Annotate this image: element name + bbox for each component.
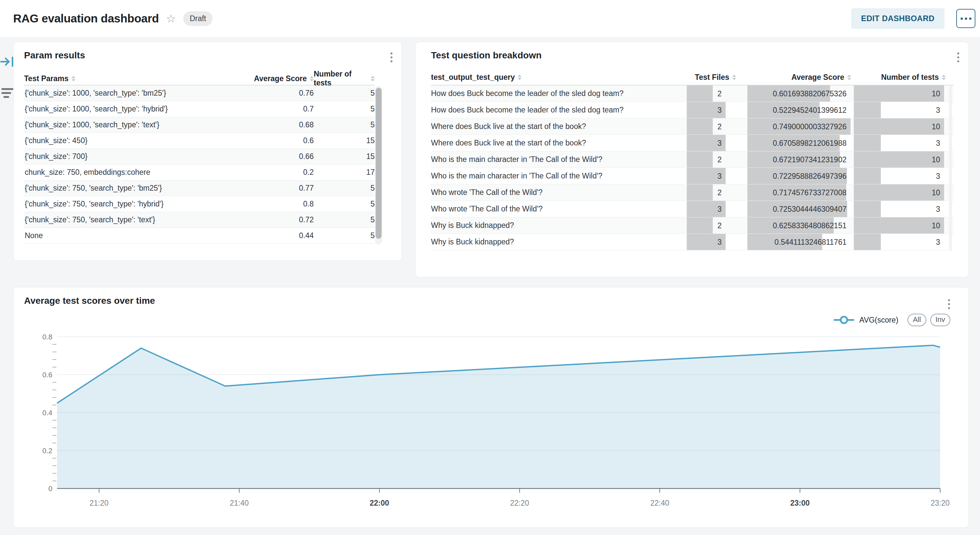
- sort-icon[interactable]: [732, 75, 736, 80]
- number-of-tests-cell: 3: [854, 102, 954, 118]
- sort-icon[interactable]: [942, 75, 946, 80]
- line-area-chart: 00.20.40.60.821:2021:4022:0022:2022:4023…: [14, 287, 969, 528]
- test-query-cell: Why is Buck kidnapped?: [431, 234, 687, 250]
- test-query-cell: Who is the main character in 'The Call o…: [431, 152, 687, 168]
- number-of-tests-cell: 3: [854, 135, 954, 151]
- column-header[interactable]: Test Params: [24, 74, 248, 83]
- number-of-tests-cell: 10: [854, 85, 954, 102]
- table-row: Why is Buck kidnapped?30.544111324681176…: [431, 234, 954, 250]
- star-icon[interactable]: ☆: [166, 13, 176, 24]
- number-of-tests-cell: 10: [854, 184, 954, 201]
- more-menu-button[interactable]: [956, 9, 975, 28]
- average-score-cell: 0.6: [248, 136, 314, 145]
- kebab-menu-icon[interactable]: [389, 51, 394, 64]
- average-score-cell: 0.2: [248, 168, 314, 177]
- page-title: RAG evaluation dashboard: [13, 12, 159, 25]
- svg-text:21:40: 21:40: [230, 499, 249, 507]
- sort-icon[interactable]: [310, 76, 314, 81]
- value-bar: [854, 234, 881, 250]
- more-dots-icon: [961, 18, 963, 20]
- table-row: {'chunk_size': 700}0.6615: [24, 149, 375, 164]
- column-header[interactable]: test_output_test_query: [431, 73, 687, 82]
- number-of-tests-cell: 5: [314, 105, 375, 113]
- test-files-cell: 2: [687, 152, 747, 168]
- average-score-cell: 0.68: [248, 120, 314, 129]
- column-header[interactable]: Number of tests: [854, 73, 946, 82]
- table-row: Who wrote 'The Call of the Wild'?20.7174…: [431, 184, 954, 201]
- average-score-cell: 0.72: [248, 216, 314, 224]
- number-of-tests-cell: 17: [314, 168, 375, 177]
- number-of-tests-cell: 5: [314, 231, 375, 240]
- column-header[interactable]: Test Files: [687, 73, 736, 82]
- panel-title: Param results: [24, 50, 391, 61]
- table-row: chunk_size: 750, embeddings:cohere0.217: [24, 164, 375, 180]
- table-header-row: Test ParamsAverage ScoreNumber of tests: [24, 70, 375, 85]
- value-bar: [687, 152, 713, 168]
- number-of-tests-cell: 5: [314, 120, 375, 129]
- test-query-cell: Who is the main character in 'The Call o…: [431, 168, 687, 184]
- sort-icon[interactable]: [72, 76, 75, 81]
- column-header[interactable]: Number of tests: [314, 70, 375, 88]
- scrollbar-track: [949, 86, 952, 251]
- number-of-tests-cell: 3: [854, 201, 954, 217]
- average-score-cell: 0.8: [248, 200, 314, 208]
- value-bar: [854, 102, 881, 118]
- svg-text:0.8: 0.8: [42, 333, 52, 341]
- average-score-cell: 0.6258336480862151: [747, 217, 854, 233]
- svg-text:23:20: 23:20: [931, 499, 950, 507]
- test-query-cell: Who wrote 'The Call of the Wild'?: [431, 184, 687, 201]
- test-query-cell: How does Buck become the leader of the s…: [431, 85, 687, 102]
- test-files-cell: 3: [687, 201, 747, 217]
- top-bar: RAG evaluation dashboard ☆ Draft EDIT DA…: [0, 0, 980, 37]
- test-params-cell: {'chunk_size': 700}: [25, 152, 248, 161]
- table-row: {'chunk_size': 1000, 'search_type': 'bm2…: [24, 85, 375, 101]
- svg-text:0.6: 0.6: [42, 371, 52, 379]
- number-of-tests-cell: 10: [854, 118, 954, 134]
- column-header[interactable]: Average Score: [747, 73, 851, 82]
- value-bar: [854, 85, 944, 102]
- table-row: Who is the main character in 'The Call o…: [431, 152, 954, 168]
- average-score-cell: 0.66: [248, 152, 314, 161]
- number-of-tests-cell: 15: [314, 152, 375, 161]
- test-files-cell: 2: [687, 85, 747, 102]
- value-bar: [854, 201, 881, 217]
- number-of-tests-cell: 15: [314, 136, 375, 145]
- average-score-cell: 0.5229452401399612: [747, 102, 854, 118]
- status-badge: Draft: [183, 11, 213, 26]
- edit-dashboard-button[interactable]: EDIT DASHBOARD: [851, 8, 944, 29]
- sort-icon[interactable]: [847, 75, 851, 80]
- test-query-cell: Where does Buck live at the start of the…: [431, 135, 687, 151]
- table-row: {'chunk_size': 1000, 'search_type': 'tex…: [24, 117, 375, 133]
- average-score-cell: 0.44: [248, 231, 314, 240]
- svg-text:22:20: 22:20: [510, 499, 529, 507]
- sort-icon[interactable]: [371, 76, 375, 81]
- table-row: How does Buck become the leader of the s…: [431, 85, 954, 102]
- table-row: None0.445: [24, 228, 375, 244]
- number-of-tests-cell: 10: [854, 217, 954, 233]
- param-results-panel: Param results Test ParamsAverage ScoreNu…: [13, 42, 402, 261]
- table-row: {'chunk_size': 1000, 'search_type': 'hyb…: [24, 101, 375, 117]
- value-bar: [854, 152, 944, 168]
- value-bar: [687, 118, 713, 134]
- value-bar: [854, 217, 944, 233]
- test-params-cell: {'chunk_size': 1000, 'search_type': 'tex…: [25, 120, 248, 129]
- average-score-cell: 0.7174576733727008: [747, 184, 854, 201]
- table-row: {'chunk_size': 450}0.615: [24, 133, 375, 149]
- test-params-cell: {'chunk_size': 750, 'search_type': 'text…: [25, 216, 248, 224]
- kebab-menu-icon[interactable]: [956, 51, 961, 64]
- test-files-cell: 3: [687, 102, 747, 118]
- scrollbar-track: [375, 86, 382, 244]
- sort-icon[interactable]: [518, 75, 522, 80]
- test-query-cell: Who wrote 'The Call of the Wild'?: [431, 201, 687, 217]
- svg-text:0.4: 0.4: [42, 409, 52, 417]
- scrollbar-thumb[interactable]: [375, 88, 382, 239]
- test-params-cell: {'chunk_size': 750, 'search_type': 'bm25…: [25, 184, 248, 193]
- column-header[interactable]: Average Score: [248, 74, 314, 83]
- number-of-tests-cell: 5: [314, 216, 375, 224]
- value-bar: [854, 135, 881, 151]
- number-of-tests-cell: 5: [314, 184, 375, 193]
- average-score-cell: 0.6705898212061988: [747, 135, 854, 151]
- average-score-cell: 0.7229588826497396: [747, 168, 854, 184]
- average-score-cell: 0.6721907341231902: [747, 152, 854, 168]
- test-query-cell: How does Buck become the leader of the s…: [431, 102, 687, 118]
